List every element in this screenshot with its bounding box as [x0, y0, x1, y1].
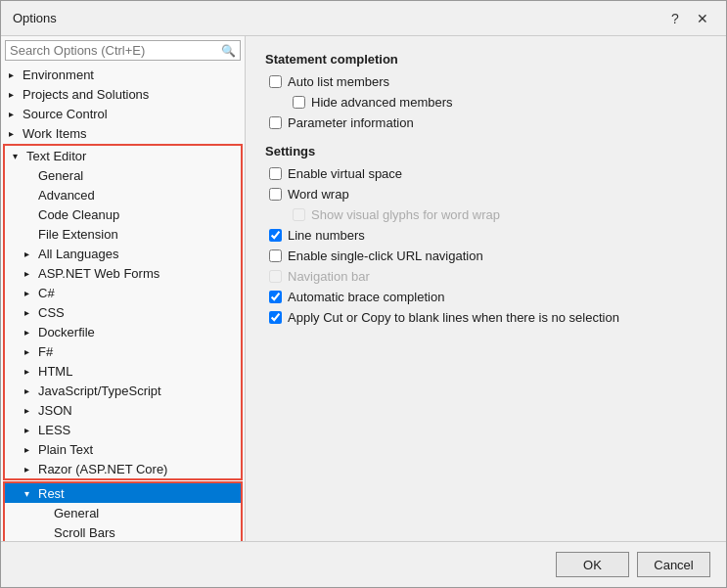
checkbox-label-visual-glyphs: Show visual glyphs for word wrap	[311, 207, 500, 222]
tree-label-dockerfile: Dockerfile	[38, 325, 233, 339]
tree-item-all-languages[interactable]: ▸All Languages	[5, 244, 241, 263]
tree-arrow-text-editor: ▾	[13, 151, 24, 161]
tree-label-fsharp: F#	[38, 344, 233, 359]
checkbox-auto-list[interactable]	[269, 75, 282, 88]
cancel-button[interactable]: Cancel	[637, 552, 710, 577]
tree-arrow-plain-text: ▸	[24, 444, 36, 455]
checkbox-hide-advanced[interactable]	[293, 96, 305, 109]
checkbox-row-apply-cut-copy: Apply Cut or Copy to blank lines when th…	[265, 310, 706, 325]
checkbox-row-single-click-url: Enable single-click URL navigation	[265, 249, 706, 263]
checkbox-row-line-numbers: Line numbers	[265, 228, 706, 243]
right-panel: Statement completion Auto list membersHi…	[246, 36, 726, 541]
tree-item-rest[interactable]: ▾Rest	[5, 483, 241, 503]
tree-label-text-editor: Text Editor	[26, 149, 233, 163]
tree-label-css: CSS	[38, 305, 233, 320]
tree-item-fsharp[interactable]: ▸F#	[5, 341, 241, 361]
tree-label-html: HTML	[38, 364, 233, 379]
dialog-title: Options	[13, 11, 57, 25]
tree-item-html[interactable]: ▸HTML	[5, 361, 241, 381]
settings-title: Settings	[265, 144, 706, 158]
checkbox-row-nav-bar: Navigation bar	[265, 269, 706, 284]
checkbox-label-auto-brace: Automatic brace completion	[288, 290, 444, 304]
checkbox-row-parameter-info: Parameter information	[265, 115, 706, 130]
tree-item-projects[interactable]: ▸Projects and Solutions	[1, 84, 245, 104]
tree-arrow-all-languages: ▸	[24, 249, 36, 259]
tree-item-source-control[interactable]: ▸Source Control	[1, 104, 245, 123]
close-button[interactable]: ✕	[691, 8, 714, 29]
tree-label-rest-scrollbars: Scroll Bars	[54, 525, 233, 540]
tree-label-json: JSON	[38, 403, 233, 418]
statement-completion-title: Statement completion	[265, 52, 706, 67]
tree-label-less: LESS	[38, 423, 233, 437]
tree-item-file-extension[interactable]: File Extension	[5, 224, 241, 244]
tree-item-razor[interactable]: ▸Razor (ASP.NET Core)	[5, 459, 241, 478]
tree-item-dockerfile[interactable]: ▸Dockerfile	[5, 322, 241, 341]
tree-item-css[interactable]: ▸CSS	[5, 302, 241, 322]
checkbox-visual-glyphs[interactable]	[293, 208, 305, 221]
tree-arrow-javascript: ▸	[24, 385, 36, 396]
tree-arrow-aspnet: ▸	[24, 268, 36, 279]
tree-label-code-cleanup: Code Cleanup	[38, 207, 233, 222]
checkbox-virtual-space[interactable]	[269, 167, 282, 180]
tree-item-code-cleanup[interactable]: Code Cleanup	[5, 204, 241, 224]
tree-item-json[interactable]: ▸JSON	[5, 400, 241, 420]
tree-arrow-less: ▸	[24, 425, 36, 435]
statement-completion-section: Auto list membersHide advanced membersPa…	[265, 74, 706, 130]
tree-arrow-dockerfile: ▸	[24, 327, 36, 338]
options-dialog: Options ? ✕ 🔍 ▸Environment▸Projects and …	[0, 0, 727, 588]
tree-arrow-css: ▸	[24, 307, 36, 318]
tree-label-projects: Projects and Solutions	[23, 87, 237, 102]
tree-arrow-source-control: ▸	[9, 109, 21, 119]
tree-item-advanced[interactable]: Advanced	[5, 185, 241, 204]
title-bar: Options ? ✕	[1, 1, 726, 36]
tree-label-csharp: C#	[38, 286, 233, 300]
dialog-footer: OK Cancel	[1, 541, 726, 587]
tree-item-general[interactable]: General	[5, 165, 241, 185]
search-input[interactable]	[10, 43, 221, 58]
search-icon: 🔍	[221, 44, 236, 58]
tree-item-aspnet[interactable]: ▸ASP.NET Web Forms	[5, 263, 241, 283]
checkbox-row-auto-list: Auto list members	[265, 74, 706, 89]
checkbox-label-hide-advanced: Hide advanced members	[311, 95, 453, 110]
tree-item-plain-text[interactable]: ▸Plain Text	[5, 439, 241, 459]
checkbox-line-numbers[interactable]	[269, 229, 282, 242]
checkbox-nav-bar[interactable]	[269, 270, 282, 283]
dialog-body: 🔍 ▸Environment▸Projects and Solutions▸So…	[1, 36, 726, 541]
tree-arrow-html: ▸	[24, 366, 36, 377]
checkbox-label-apply-cut-copy: Apply Cut or Copy to blank lines when th…	[288, 310, 619, 325]
tree-arrow-work-items: ▸	[9, 128, 21, 139]
tree-arrow-rest: ▾	[24, 488, 36, 499]
tree-item-less[interactable]: ▸LESS	[5, 420, 241, 439]
tree-item-rest-scrollbars[interactable]: Scroll Bars	[5, 522, 241, 541]
checkbox-single-click-url[interactable]	[269, 249, 282, 262]
ok-button[interactable]: OK	[556, 552, 629, 577]
tree-label-aspnet: ASP.NET Web Forms	[38, 266, 233, 281]
tree-label-razor: Razor (ASP.NET Core)	[38, 462, 233, 476]
checkbox-label-nav-bar: Navigation bar	[288, 269, 370, 284]
tree-item-environment[interactable]: ▸Environment	[1, 65, 245, 84]
checkbox-label-auto-list: Auto list members	[288, 74, 389, 89]
checkbox-apply-cut-copy[interactable]	[269, 311, 282, 324]
tree-item-work-items[interactable]: ▸Work Items	[1, 123, 245, 143]
tree-arrow-json: ▸	[24, 405, 36, 416]
help-button[interactable]: ?	[663, 8, 687, 29]
left-panel: 🔍 ▸Environment▸Projects and Solutions▸So…	[1, 36, 246, 541]
tree-item-rest-general[interactable]: General	[5, 503, 241, 522]
checkbox-row-word-wrap: Word wrap	[265, 187, 706, 202]
tree-label-javascript: JavaScript/TypeScript	[38, 384, 233, 398]
tree-arrow-razor: ▸	[24, 464, 36, 475]
tree-label-work-items: Work Items	[23, 126, 237, 141]
checkbox-auto-brace[interactable]	[269, 291, 282, 303]
tree-item-javascript[interactable]: ▸JavaScript/TypeScript	[5, 381, 241, 400]
checkbox-row-auto-brace: Automatic brace completion	[265, 290, 706, 304]
settings-section: Settings Enable virtual spaceWord wrapSh…	[265, 144, 706, 325]
tree-label-general: General	[38, 168, 233, 183]
checkbox-label-word-wrap: Word wrap	[288, 187, 349, 202]
settings-checkboxes: Enable virtual spaceWord wrapShow visual…	[265, 166, 706, 325]
checkbox-parameter-info[interactable]	[269, 116, 282, 129]
tree-item-csharp[interactable]: ▸C#	[5, 283, 241, 302]
checkbox-word-wrap[interactable]	[269, 188, 282, 201]
tree-item-text-editor[interactable]: ▾Text Editor	[5, 146, 241, 165]
tree-label-rest-general: General	[54, 506, 233, 520]
tree-arrow-fsharp: ▸	[24, 346, 36, 357]
